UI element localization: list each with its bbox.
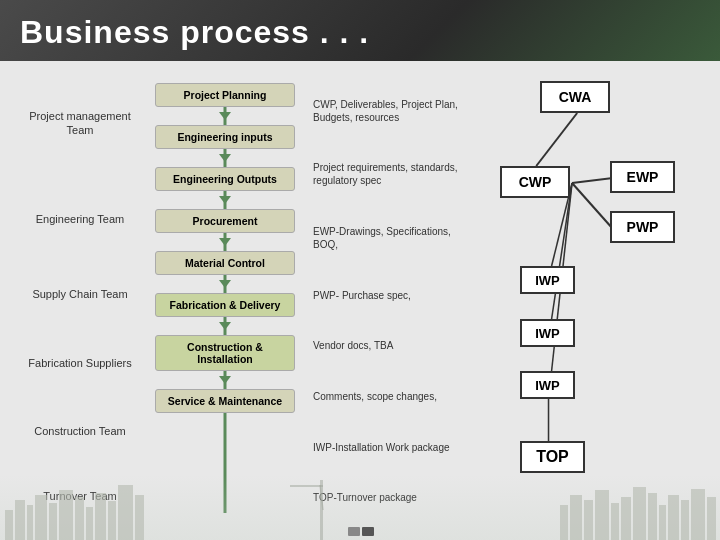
- desc-material: Vendor docs, TBA: [313, 339, 472, 352]
- main-content: Project management Team Engineering Team…: [0, 61, 720, 540]
- svg-rect-37: [659, 505, 666, 540]
- svg-rect-24: [118, 485, 133, 540]
- svg-rect-36: [648, 493, 657, 540]
- arrow-7: [219, 376, 231, 384]
- arrow-1: [219, 112, 231, 120]
- process-box-construction-installation: Construction & Installation: [155, 335, 295, 371]
- svg-rect-42: [348, 527, 360, 536]
- box-iwp2: IWP: [520, 319, 575, 347]
- desc-eng-outputs: EWP-Drawings, Specifications, BOQ,: [313, 225, 472, 251]
- svg-rect-32: [595, 490, 609, 540]
- process-box-engineering-outputs: Engineering Outputs: [155, 167, 295, 191]
- team-project-mgmt: Project management Team: [15, 109, 145, 138]
- team-engineering: Engineering Team: [15, 212, 145, 226]
- svg-rect-17: [35, 495, 47, 540]
- cityscape-footer: [0, 475, 720, 540]
- cityscape-svg: [0, 475, 720, 540]
- svg-rect-14: [5, 510, 13, 540]
- arrow-3: [219, 196, 231, 204]
- arrow-5: [219, 280, 231, 288]
- process-box-material-control: Material Control: [155, 251, 295, 275]
- svg-rect-16: [27, 505, 33, 540]
- svg-rect-27: [290, 485, 323, 487]
- svg-rect-19: [59, 490, 73, 540]
- svg-rect-21: [86, 507, 93, 540]
- box-cwa: CWA: [540, 81, 610, 113]
- process-column: Project Planning Engineering inputs Engi…: [145, 71, 305, 531]
- process-box-engineering-inputs: Engineering inputs: [155, 125, 295, 149]
- svg-rect-20: [75, 497, 84, 540]
- desc-construction: IWP-Installation Work package: [313, 441, 472, 454]
- svg-rect-23: [108, 501, 116, 540]
- box-top: TOP: [520, 441, 585, 473]
- svg-rect-29: [560, 505, 568, 540]
- desc-eng-inputs: Project requirements, standards, regulat…: [313, 161, 472, 187]
- descriptions-column: CWP, Deliverables, Project Plan, Budgets…: [305, 71, 480, 531]
- page-title: Business process . . .: [20, 14, 369, 50]
- box-pwp: PWP: [610, 211, 675, 243]
- svg-rect-30: [570, 495, 582, 540]
- arrow-6: [219, 322, 231, 330]
- process-box-fabrication-delivery: Fabrication & Delivery: [155, 293, 295, 317]
- team-fabrication: Fabrication Suppliers: [15, 356, 145, 370]
- arrows-overlay: [480, 71, 705, 531]
- process-box-project-planning: Project Planning: [155, 83, 295, 107]
- team-construction: Construction Team: [15, 424, 145, 438]
- svg-line-0: [536, 113, 577, 166]
- svg-rect-22: [95, 493, 106, 540]
- teams-column: Project management Team Engineering Team…: [15, 71, 145, 531]
- desc-fabrication: Comments, scope changes,: [313, 390, 472, 403]
- svg-rect-33: [611, 503, 619, 540]
- box-iwp1: IWP: [520, 266, 575, 294]
- svg-rect-25: [135, 495, 144, 540]
- svg-line-8: [552, 183, 572, 319]
- right-boxes-column: CWA CWP EWP PWP IWP IWP IWP TOP: [480, 71, 705, 531]
- arrow-2: [219, 154, 231, 162]
- svg-rect-18: [49, 503, 57, 540]
- box-cwp: CWP: [500, 166, 570, 198]
- desc-planning: CWP, Deliverables, Project Plan, Budgets…: [313, 98, 472, 124]
- svg-rect-41: [707, 497, 716, 540]
- svg-rect-39: [681, 500, 689, 540]
- box-ewp: EWP: [610, 161, 675, 193]
- process-box-service-maintenance: Service & Maintenance: [155, 389, 295, 413]
- svg-rect-34: [621, 497, 631, 540]
- team-supply-chain: Supply Chain Team: [15, 287, 145, 301]
- slide-header: Business process . . .: [0, 0, 720, 61]
- svg-rect-15: [15, 500, 25, 540]
- box-iwp3: IWP: [520, 371, 575, 399]
- svg-rect-43: [362, 527, 374, 536]
- svg-line-2: [572, 178, 613, 183]
- process-box-procurement: Procurement: [155, 209, 295, 233]
- svg-rect-38: [668, 495, 679, 540]
- svg-rect-31: [584, 500, 593, 540]
- desc-procurement: PWP- Purchase spec,: [313, 289, 472, 302]
- svg-rect-35: [633, 487, 646, 540]
- svg-rect-40: [691, 489, 705, 540]
- arrow-4: [219, 238, 231, 246]
- svg-line-4: [572, 183, 613, 229]
